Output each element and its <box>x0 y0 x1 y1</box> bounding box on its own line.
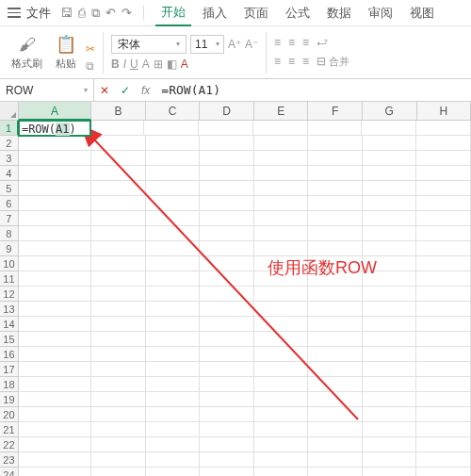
cell[interactable] <box>416 317 471 332</box>
cell[interactable] <box>308 392 363 407</box>
cell[interactable] <box>308 181 363 196</box>
cell[interactable] <box>146 452 201 468</box>
cell[interactable] <box>416 302 471 317</box>
tab-formula[interactable]: 公式 <box>280 5 316 22</box>
cell[interactable] <box>91 181 146 196</box>
cut-icon[interactable]: ✂ <box>86 42 95 56</box>
cell[interactable] <box>146 241 201 256</box>
cell[interactable] <box>254 362 309 377</box>
cell[interactable] <box>200 287 254 302</box>
cell[interactable] <box>91 241 146 256</box>
cell[interactable] <box>416 392 471 407</box>
select-all-corner[interactable] <box>0 102 19 121</box>
hamburger-icon[interactable] <box>8 7 21 20</box>
cell[interactable] <box>254 468 309 476</box>
cell[interactable] <box>308 452 363 468</box>
cell[interactable] <box>19 256 91 271</box>
column-header-h[interactable]: H <box>417 102 472 121</box>
qat-print-icon[interactable]: ⎙ <box>78 6 86 20</box>
cell[interactable] <box>253 121 308 136</box>
cell[interactable] <box>91 377 146 392</box>
cell[interactable] <box>254 317 309 332</box>
cell[interactable] <box>200 347 254 362</box>
cell[interactable] <box>254 166 309 181</box>
row-header[interactable]: 5 <box>0 181 19 196</box>
cell[interactable] <box>146 271 201 287</box>
cell[interactable] <box>416 241 471 256</box>
tab-insert[interactable]: 插入 <box>197 5 233 22</box>
cell[interactable] <box>19 287 91 302</box>
cell[interactable] <box>308 196 363 211</box>
cell[interactable] <box>19 452 91 468</box>
cell[interactable] <box>91 452 146 468</box>
cell[interactable] <box>200 241 254 256</box>
cell[interactable] <box>91 226 146 241</box>
cell[interactable] <box>200 181 254 196</box>
cell[interactable] <box>308 226 363 241</box>
cell[interactable] <box>416 347 471 362</box>
cell[interactable] <box>254 211 309 226</box>
cell-a1-active[interactable]: =ROW(A1) <box>18 120 91 137</box>
decrease-font-icon[interactable]: A⁻ <box>245 38 258 51</box>
font-name-select[interactable]: 宋体▾ <box>111 35 187 54</box>
fill-color-icon[interactable]: ◧ <box>167 57 177 71</box>
cell[interactable] <box>308 362 363 377</box>
text-color-icon[interactable]: A <box>181 57 188 71</box>
cell[interactable] <box>254 407 309 422</box>
cell[interactable] <box>19 317 91 332</box>
cell[interactable] <box>416 166 471 181</box>
cell[interactable] <box>254 302 309 317</box>
cell[interactable] <box>91 422 146 437</box>
cell[interactable] <box>19 392 91 407</box>
cell[interactable] <box>363 377 417 392</box>
cell[interactable] <box>146 332 201 347</box>
cell[interactable] <box>308 332 363 347</box>
cell[interactable] <box>254 151 309 166</box>
cell[interactable] <box>308 151 363 166</box>
cell[interactable] <box>254 196 309 211</box>
cell[interactable] <box>308 241 363 256</box>
row-header[interactable]: 4 <box>0 166 19 181</box>
row-header[interactable]: 15 <box>0 332 19 347</box>
tab-start[interactable]: 开始 <box>155 4 191 26</box>
cell[interactable] <box>254 392 309 407</box>
row-header[interactable]: 14 <box>0 317 19 332</box>
cell[interactable] <box>200 422 254 437</box>
cell[interactable] <box>308 347 363 362</box>
cell[interactable] <box>146 166 201 181</box>
border-icon[interactable]: ⊞ <box>154 57 163 71</box>
cell[interactable] <box>19 166 91 181</box>
cell[interactable] <box>200 332 254 347</box>
cell[interactable] <box>91 392 146 407</box>
row-header[interactable]: 7 <box>0 211 19 226</box>
cell[interactable] <box>254 347 309 362</box>
cell[interactable] <box>416 377 471 392</box>
cell[interactable] <box>416 362 471 377</box>
cell[interactable] <box>91 166 146 181</box>
font-color-icon[interactable]: A <box>142 57 150 71</box>
cell[interactable] <box>363 422 417 437</box>
cell[interactable] <box>416 422 471 437</box>
cell[interactable] <box>91 256 146 271</box>
cell[interactable] <box>200 377 254 392</box>
cell[interactable] <box>416 256 471 271</box>
cell[interactable] <box>91 271 146 287</box>
cell[interactable] <box>199 121 253 136</box>
cell[interactable] <box>200 136 254 151</box>
cell[interactable] <box>19 302 91 317</box>
cell[interactable] <box>363 347 417 362</box>
font-size-select[interactable]: 11▾ <box>190 35 224 54</box>
tab-data[interactable]: 数据 <box>321 5 357 22</box>
format-painter-button[interactable]: 🖌 格式刷 <box>8 33 46 73</box>
paste-button[interactable]: 📋 粘贴 <box>52 32 80 73</box>
cell[interactable] <box>200 211 254 226</box>
cell[interactable] <box>416 407 471 422</box>
cell[interactable] <box>19 332 91 347</box>
cell[interactable] <box>200 362 254 377</box>
cell[interactable] <box>363 166 417 181</box>
column-header-g[interactable]: G <box>363 102 417 121</box>
cell[interactable] <box>363 317 417 332</box>
cell[interactable] <box>363 241 417 256</box>
column-header-f[interactable]: F <box>308 102 363 121</box>
cell[interactable] <box>146 151 201 166</box>
